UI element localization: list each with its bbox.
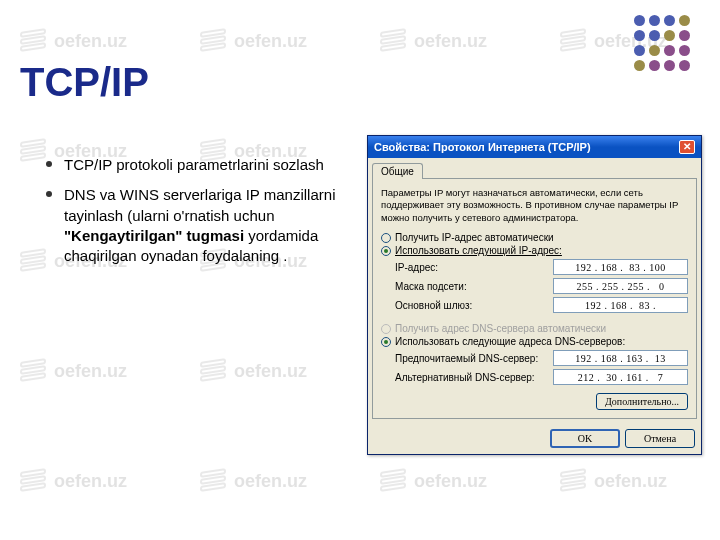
radio-ip-auto[interactable]: Получить IP-адрес автоматически xyxy=(381,232,688,243)
tcpip-properties-dialog: Свойства: Протокол Интернета (TCP/IP) ✕ … xyxy=(367,135,702,455)
ok-button[interactable]: OK xyxy=(550,429,620,448)
radio-dns-auto: Получить адрес DNS-сервера автоматически xyxy=(381,323,688,334)
radio-dns-manual[interactable]: Использовать следующие адреса DNS-сервер… xyxy=(381,336,688,347)
radio-icon xyxy=(381,246,391,256)
page-title: TCP/IP xyxy=(20,60,720,105)
label-mask: Маска подсети: xyxy=(395,281,467,292)
tab-general[interactable]: Общие xyxy=(372,163,423,179)
label-dns2: Альтернативный DNS-сервер: xyxy=(395,372,535,383)
advanced-button[interactable]: Дополнительно... xyxy=(596,393,688,410)
dialog-title: Свойства: Протокол Интернета (TCP/IP) xyxy=(374,141,591,153)
bullet-2: DNS va WINS serverlariga IP manzillarni … xyxy=(50,185,350,266)
subnet-mask-input[interactable] xyxy=(553,278,688,294)
dns-alt-input[interactable] xyxy=(553,369,688,385)
ip-address-input[interactable] xyxy=(553,259,688,275)
label-gateway: Основной шлюз: xyxy=(395,300,472,311)
radio-icon xyxy=(381,337,391,347)
gateway-input[interactable] xyxy=(553,297,688,313)
label-dns1: Предпочитаемый DNS-сервер: xyxy=(395,353,538,364)
cancel-button[interactable]: Отмена xyxy=(625,429,695,448)
logo-dots xyxy=(634,15,690,71)
radio-icon xyxy=(381,324,391,334)
dialog-description: Параметры IP могут назначаться автоматич… xyxy=(381,187,688,224)
radio-icon xyxy=(381,233,391,243)
label-ip: IP-адрес: xyxy=(395,262,438,273)
close-icon[interactable]: ✕ xyxy=(679,140,695,154)
dns-primary-input[interactable] xyxy=(553,350,688,366)
bullet-1: TCP/IP protokoli parametrlarini sozlash xyxy=(50,155,350,175)
radio-ip-manual[interactable]: Использовать следующий IP-адрес: xyxy=(381,245,688,256)
dialog-titlebar[interactable]: Свойства: Протокол Интернета (TCP/IP) ✕ xyxy=(368,136,701,158)
